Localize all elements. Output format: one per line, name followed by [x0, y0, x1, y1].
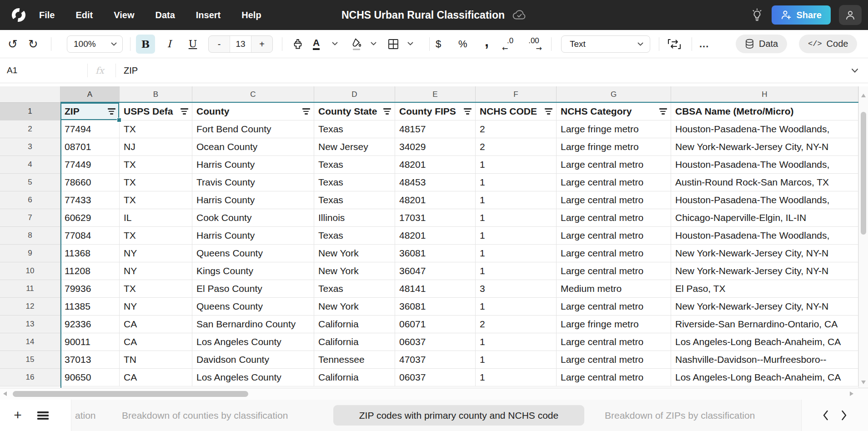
cell-F8[interactable]: 1: [476, 227, 557, 245]
header-cell-C1[interactable]: County: [192, 103, 314, 120]
cell-B14[interactable]: CA: [120, 333, 192, 351]
account-avatar-button[interactable]: [839, 5, 862, 25]
vertical-scrollbar-thumb[interactable]: [861, 112, 866, 235]
menu-data[interactable]: Data: [155, 10, 175, 20]
share-button[interactable]: Share: [772, 5, 831, 25]
row-header-10[interactable]: 10: [0, 262, 60, 280]
row-header-13[interactable]: 13: [0, 316, 60, 333]
text-color-dropdown[interactable]: [332, 30, 338, 58]
bold-button[interactable]: B: [136, 35, 155, 54]
cell-D2[interactable]: Texas: [314, 120, 395, 138]
cell-G13[interactable]: Large fringe metro: [557, 316, 671, 333]
cell-B5[interactable]: TX: [120, 174, 192, 191]
cell-G11[interactable]: Medium metro: [557, 280, 671, 298]
cell-H16[interactable]: Los Angeles-Long Beach-Anaheim, CA: [671, 369, 858, 386]
cell-H3[interactable]: New York-Newark-Jersey City, NY-N: [671, 138, 858, 156]
cell-E13[interactable]: 06071: [395, 316, 476, 333]
cell-G15[interactable]: Large central metro: [557, 351, 671, 369]
cell-F9[interactable]: 1: [476, 245, 557, 262]
text-color-button[interactable]: A: [313, 30, 320, 58]
cell-A16[interactable]: 90650: [60, 369, 120, 386]
cell-F2[interactable]: 2: [476, 120, 557, 138]
cell-E4[interactable]: 48201: [395, 156, 476, 174]
cell-B11[interactable]: TX: [120, 280, 192, 298]
cell-B16[interactable]: CA: [120, 369, 192, 386]
cell-E3[interactable]: 34029: [395, 138, 476, 156]
cell-F10[interactable]: 1: [476, 262, 557, 280]
vertical-scrollbar[interactable]: [858, 86, 868, 388]
cell-E11[interactable]: 48141: [395, 280, 476, 298]
cell-D16[interactable]: California: [314, 369, 395, 386]
cell-F12[interactable]: 1: [476, 298, 557, 316]
cell-A12[interactable]: 11385: [60, 298, 120, 316]
column-header-D[interactable]: D: [314, 86, 395, 103]
cell-B13[interactable]: CA: [120, 316, 192, 333]
column-header-C[interactable]: C: [192, 86, 314, 103]
swap-references-icon[interactable]: [667, 30, 682, 58]
row-header-12[interactable]: 12: [0, 298, 60, 316]
cell-D6[interactable]: Texas: [314, 191, 395, 209]
cell-A4[interactable]: 77449: [60, 156, 120, 174]
cell-A8[interactable]: 77084: [60, 227, 120, 245]
document-title[interactable]: NCHS Urban Rural Classification: [341, 9, 505, 21]
row-header-5[interactable]: 5: [0, 174, 60, 191]
sheet-tab-partial[interactable]: ation: [75, 400, 96, 431]
filter-icon[interactable]: [180, 108, 188, 115]
cell-H9[interactable]: New York-Newark-Jersey City, NY-N: [671, 245, 858, 262]
column-header-H[interactable]: H: [671, 86, 858, 103]
cell-D11[interactable]: Texas: [314, 280, 395, 298]
cell-E14[interactable]: 06037: [395, 333, 476, 351]
cell-H4[interactable]: Houston-Pasadena-The Woodlands,: [671, 156, 858, 174]
more-options-button[interactable]: ...: [699, 38, 709, 50]
filter-icon[interactable]: [544, 108, 552, 115]
cell-C13[interactable]: San Bernardino County: [192, 316, 314, 333]
cell-C5[interactable]: Travis County: [192, 174, 314, 191]
format-painter-icon[interactable]: [291, 30, 305, 58]
cell-C7[interactable]: Cook County: [192, 209, 314, 227]
cell-B10[interactable]: NY: [120, 262, 192, 280]
cell-C3[interactable]: Ocean County: [192, 138, 314, 156]
cell-F7[interactable]: 1: [476, 209, 557, 227]
cell-C12[interactable]: Queens County: [192, 298, 314, 316]
undo-button[interactable]: ↺: [8, 30, 18, 58]
row-header-1[interactable]: 1: [0, 103, 60, 120]
row-header-11[interactable]: 11: [0, 280, 60, 298]
row-header-16[interactable]: 16: [0, 369, 60, 386]
column-header-A[interactable]: A: [60, 86, 120, 103]
redo-button[interactable]: ↻: [28, 30, 38, 58]
cell-G10[interactable]: Large central metro: [557, 262, 671, 280]
cell-H11[interactable]: El Paso, TX: [671, 280, 858, 298]
increase-decimals-button[interactable]: .00 →: [526, 30, 542, 58]
cell-F14[interactable]: 1: [476, 333, 557, 351]
cell-B9[interactable]: NY: [120, 245, 192, 262]
row-header-8[interactable]: 8: [0, 227, 60, 245]
menu-help[interactable]: Help: [241, 10, 261, 20]
cell-B2[interactable]: TX: [120, 120, 192, 138]
cell-B12[interactable]: NY: [120, 298, 192, 316]
code-panel-button[interactable]: </> Code: [799, 35, 857, 53]
cell-A10[interactable]: 11208: [60, 262, 120, 280]
filter-icon[interactable]: [463, 108, 472, 115]
increase-font-button[interactable]: +: [251, 36, 272, 52]
row-header-3[interactable]: 3: [0, 138, 60, 156]
column-header-E[interactable]: E: [395, 86, 476, 103]
zoom-select[interactable]: 100%: [67, 35, 123, 53]
cell-C16[interactable]: Los Angeles County: [192, 369, 314, 386]
data-panel-button[interactable]: Data: [736, 35, 787, 53]
scroll-left-arrow-icon[interactable]: [3, 391, 7, 396]
decrease-font-button[interactable]: -: [209, 36, 230, 52]
cell-H8[interactable]: Houston-Pasadena-The Woodlands,: [671, 227, 858, 245]
column-header-F[interactable]: F: [476, 86, 557, 103]
cell-G7[interactable]: Large central metro: [557, 209, 671, 227]
decrease-decimals-button[interactable]: .0 ←: [502, 30, 518, 58]
filter-icon[interactable]: [659, 108, 667, 115]
font-size-value[interactable]: 13: [230, 36, 251, 52]
filter-icon[interactable]: [302, 108, 310, 115]
number-format-select[interactable]: Text: [561, 35, 650, 53]
cell-C2[interactable]: Fort Bend County: [192, 120, 314, 138]
cell-H14[interactable]: Los Angeles-Long Beach-Anaheim, CA: [671, 333, 858, 351]
sheet-tab-zips-breakdown[interactable]: Breakdown of ZIPs by classification: [605, 400, 755, 431]
menu-insert[interactable]: Insert: [196, 10, 221, 20]
italic-button[interactable]: I: [160, 35, 179, 54]
header-cell-F1[interactable]: NCHS CODE: [476, 103, 557, 120]
